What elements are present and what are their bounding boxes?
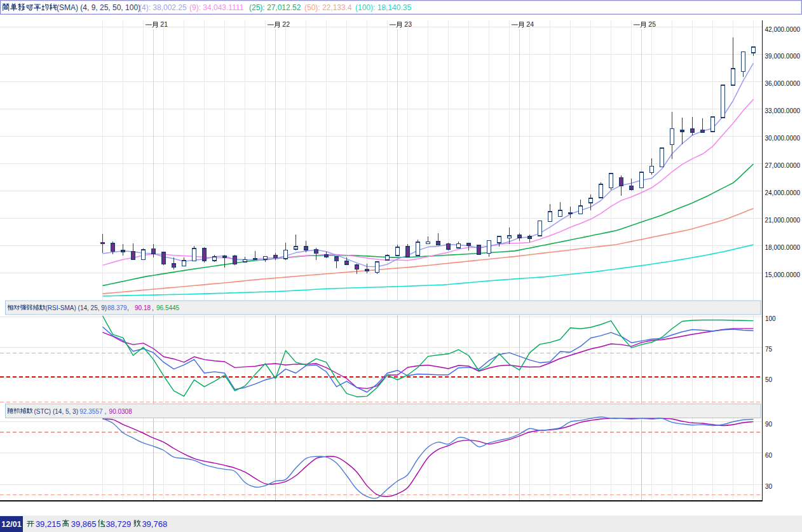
svg-text:90: 90 [765,421,773,428]
svg-text:90.0308: 90.0308 [109,408,133,415]
svg-text:39,768: 39,768 [142,519,167,529]
svg-text:38,729: 38,729 [105,519,131,529]
svg-text:36,000.0000: 36,000.0000 [765,80,801,87]
svg-text:25: 25 [648,20,656,28]
svg-text:(RSI-SMA) (14, 25, 9): (RSI-SMA) (14, 25, 9) [46,304,107,311]
svg-text:24: 24 [526,20,534,28]
svg-text:(25): 27,012.52: (25): 27,012.52 [249,3,301,12]
svg-text:96.5445: 96.5445 [156,304,180,311]
svg-text:100: 100 [765,315,776,322]
svg-text:60: 60 [765,452,773,459]
svg-text:,: , [127,304,129,311]
svg-text:39,000.0000: 39,000.0000 [765,53,801,60]
svg-text:23: 23 [404,20,412,28]
svg-text:33,000.0000: 33,000.0000 [765,107,801,114]
svg-text:30: 30 [765,483,773,490]
svg-text:(SMA) (4, 9, 25, 50, 100): (SMA) (4, 9, 25, 50, 100) [57,3,140,12]
svg-text:(9): 34,043.1111: (9): 34,043.1111 [189,3,244,12]
svg-text:22: 22 [282,20,290,28]
svg-text:75: 75 [765,346,773,353]
svg-text:21: 21 [160,20,168,28]
svg-text:12/01: 12/01 [1,520,21,529]
svg-text:50: 50 [765,376,773,383]
svg-text:(100): 18,140.35: (100): 18,140.35 [355,3,411,12]
svg-text:27,000.0000: 27,000.0000 [765,162,801,169]
svg-text:(STC) (14, 5, 3): (STC) (14, 5, 3) [34,408,78,415]
svg-text:92.3557: 92.3557 [79,408,103,415]
svg-text:24,000.0000: 24,000.0000 [765,189,801,196]
svg-text:,: , [152,304,154,311]
svg-text:88.379: 88.379 [107,304,127,311]
svg-text:(50): 22,133.4: (50): 22,133.4 [304,3,352,12]
svg-text:,: , [105,408,107,415]
svg-text:42,000.0000: 42,000.0000 [765,26,801,33]
svg-text:15,000.0000: 15,000.0000 [765,271,801,278]
svg-text:(4): 38,002.25: (4): 38,002.25 [139,3,187,12]
svg-text:18,000.0000: 18,000.0000 [765,244,801,251]
svg-text:21,000.0000: 21,000.0000 [765,217,801,224]
svg-text:39,215: 39,215 [36,519,61,529]
svg-text:30,000.0000: 30,000.0000 [765,135,801,142]
svg-text:90.18: 90.18 [135,304,151,311]
svg-text:39,865: 39,865 [71,519,97,529]
